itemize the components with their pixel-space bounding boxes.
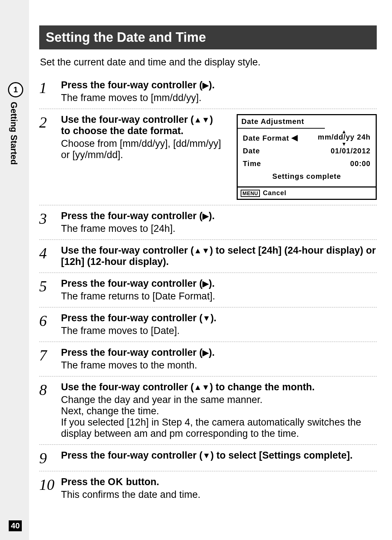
- step-body: Press the four-way controller (▶).The fr…: [61, 80, 377, 104]
- step-title: Use the four-way controller (▲▼) to chan…: [61, 382, 377, 393]
- cam-row-format: Date Format ◀ ▲ mm/dd/yy 24h ▼: [241, 131, 372, 145]
- step-body: Press the OK button.This confirms the da…: [61, 476, 377, 500]
- step-5: 5 Press the four-way controller (▶).The …: [39, 273, 377, 307]
- step-text: Change the day and year in the same mann…: [61, 394, 377, 439]
- step-number: 9: [39, 450, 61, 466]
- step-title: Press the four-way controller (▶).: [61, 347, 377, 358]
- step-title: Press the four-way controller (▶).: [61, 210, 377, 222]
- step-text: The frame moves to [24h].: [61, 223, 377, 234]
- step-body: Press the four-way controller (▶).The fr…: [61, 210, 377, 234]
- controller-glyph: ▲▼: [194, 115, 210, 124]
- up-arrow-icon: ▲: [342, 129, 347, 134]
- step-number: 2: [39, 114, 61, 130]
- step-text: The frame moves to the month.: [61, 360, 377, 371]
- controller-glyph: ▲▼: [194, 246, 210, 255]
- step-title: Press the four-way controller (▼) to sel…: [61, 450, 377, 461]
- cam-title: Date Adjustment: [238, 115, 325, 129]
- step-title: Press the four-way controller (▼).: [61, 313, 377, 324]
- cam-footer: MENU Cancel: [238, 186, 376, 199]
- step-number: 7: [39, 347, 61, 363]
- step-number: 10: [39, 476, 61, 492]
- step-number: 6: [39, 313, 61, 329]
- step-title: Press the OK button.: [61, 476, 377, 488]
- step-body: Press the four-way controller (▼).The fr…: [61, 313, 377, 337]
- controller-glyph: ▼: [203, 314, 211, 323]
- ok-button-label: OK: [108, 476, 123, 487]
- step-text: Choose from [mm/dd/yy], [dd/mm/yy] or [y…: [61, 138, 224, 161]
- left-arrow-icon: ◀: [291, 133, 298, 142]
- step-2: 2 Use the four-way controller (▲▼) to ch…: [39, 109, 377, 205]
- cam-date-label: Date: [243, 147, 260, 155]
- step-3: 3 Press the four-way controller (▶).The …: [39, 205, 377, 239]
- step-number: 8: [39, 382, 61, 398]
- camera-screen: Date Adjustment Date Format ◀ ▲ mm/dd/yy…: [237, 114, 377, 200]
- controller-glyph: ▼: [203, 451, 211, 460]
- cam-row-date: Date 01/01/2012: [241, 145, 372, 157]
- step-number: 1: [39, 80, 61, 96]
- cam-format-value: ▲ mm/dd/yy 24h ▼: [318, 133, 371, 142]
- cam-cancel-label: Cancel: [263, 189, 286, 197]
- step-body: Press the four-way controller (▼) to sel…: [61, 450, 377, 461]
- cam-body: Date Format ◀ ▲ mm/dd/yy 24h ▼ Date 01/0…: [238, 129, 376, 186]
- step-title: Use the four-way controller (▲▼) to choo…: [61, 114, 224, 137]
- page-title: Setting the Date and Time: [39, 25, 377, 49]
- step-number: 4: [39, 245, 61, 261]
- step-9: 9 Press the four-way controller (▼) to s…: [39, 444, 377, 471]
- down-arrow-icon: ▼: [342, 141, 347, 147]
- page-intro: Set the current date and time and the di…: [40, 57, 376, 68]
- menu-chip: MENU: [241, 190, 260, 197]
- step-7: 7 Press the four-way controller (▶).The …: [39, 342, 377, 376]
- cam-time-label: Time: [243, 160, 261, 168]
- step-text: This confirms the date and time.: [61, 489, 377, 500]
- chapter-badge: 1: [8, 82, 23, 97]
- cam-format-label: Date Format ◀: [243, 133, 298, 142]
- cam-row-time: Time 00:00: [241, 157, 372, 170]
- controller-glyph: ▶: [203, 348, 209, 357]
- controller-glyph: ▶: [203, 279, 209, 288]
- controller-glyph: ▶: [203, 211, 209, 221]
- section-tab: Getting Started: [0, 102, 29, 174]
- step-body: Use the four-way controller (▲▼) to choo…: [61, 114, 377, 200]
- cam-date-value: 01/01/2012: [331, 147, 371, 155]
- controller-glyph: ▲▼: [194, 383, 210, 392]
- step-number: 3: [39, 210, 61, 226]
- step-body: Use the four-way controller (▲▼) to chan…: [61, 382, 377, 439]
- step-1: 1 Press the four-way controller (▶).The …: [39, 74, 377, 109]
- step-text: The frame returns to [Date Format].: [61, 291, 377, 302]
- cam-settings-complete: Settings complete: [241, 170, 372, 184]
- step-title: Press the four-way controller (▶).: [61, 278, 377, 289]
- page-number: 40: [9, 520, 22, 531]
- step-10: 10 Press the OK button.This confirms the…: [39, 471, 377, 505]
- left-rail: 1 Getting Started 40: [0, 0, 29, 540]
- step-6: 6 Press the four-way controller (▼).The …: [39, 307, 377, 342]
- step-4: 4 Use the four-way controller (▲▼) to se…: [39, 239, 377, 273]
- section-label: Getting Started: [9, 102, 19, 165]
- step-text: The frame moves to [Date].: [61, 325, 377, 337]
- step-title: Use the four-way controller (▲▼) to sele…: [61, 245, 377, 267]
- step-body: Press the four-way controller (▶).The fr…: [61, 347, 377, 371]
- step-body: Use the four-way controller (▲▼) to sele…: [61, 245, 377, 267]
- step-number: 5: [39, 278, 61, 294]
- chapter-number: 1: [13, 85, 18, 94]
- step-8: 8 Use the four-way controller (▲▼) to ch…: [39, 376, 377, 444]
- step-text: The frame moves to [mm/dd/yy].: [61, 92, 377, 104]
- page-content: Setting the Date and Time Set the curren…: [39, 25, 377, 505]
- step-body: Press the four-way controller (▶).The fr…: [61, 278, 377, 302]
- cam-time-value: 00:00: [350, 160, 371, 168]
- step-title: Press the four-way controller (▶).: [61, 80, 377, 91]
- controller-glyph: ▶: [203, 81, 209, 90]
